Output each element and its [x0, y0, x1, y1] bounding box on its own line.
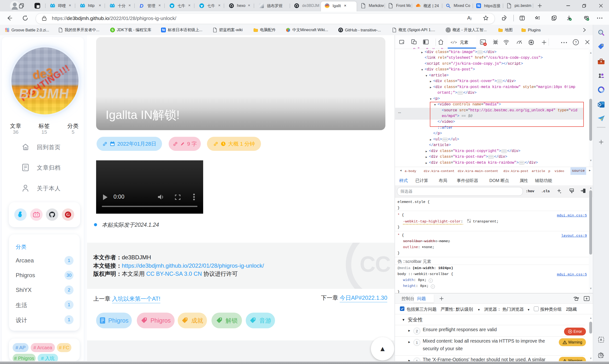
svg-text:?: ? — [575, 40, 577, 44]
svg-text:CC: CC — [360, 252, 390, 276]
svg-text:S: S — [111, 28, 114, 32]
